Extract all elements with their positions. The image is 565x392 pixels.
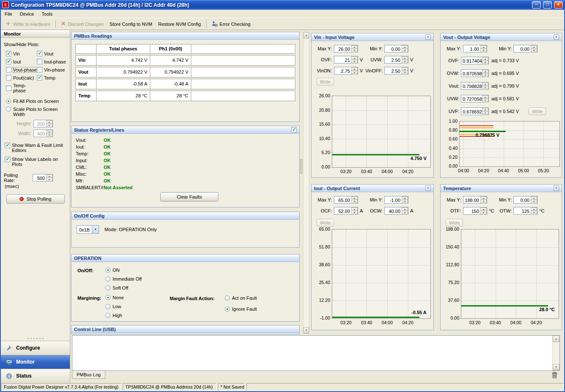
scroll-up-icon[interactable]: ▲ [303,32,309,39]
clear-faults-button[interactable]: Clear Faults [160,192,218,202]
radio-margining-high[interactable]: High [105,313,122,318]
radio-icon[interactable] [6,99,11,104]
pmbus-log-area[interactable]: ▲ ▼ [72,335,560,371]
checkbox-icon[interactable] [6,67,11,72]
log-scrollbar[interactable]: ▲ ▼ [552,336,559,370]
radio-icon[interactable] [225,306,230,312]
vin-miny-input[interactable]: 0.00▲▼ [384,45,408,52]
plot-checkbox-temp[interactable]: Temp [37,75,67,80]
radio-icon[interactable] [105,295,110,300]
vout-uvw-input[interactable]: 0.727058▲▼ [461,95,489,102]
radio-icon[interactable] [225,295,230,301]
splitter-handle[interactable] [300,159,303,174]
plot-checkbox-vin-phase[interactable]: Vin-phase [37,67,67,72]
plot-checkbox-iout-phase[interactable]: Iout-phase [37,59,67,64]
restore-nvm-config-button[interactable]: Restore NVM Config [155,20,204,28]
checkbox-icon[interactable] [6,59,11,64]
plot-checkbox-iout[interactable]: Iout [6,59,37,64]
temp-otf-input[interactable]: 150▲▼ [463,207,487,215]
radio-icon[interactable] [105,276,110,282]
temp-maxy-input[interactable]: 188.00▲▼ [463,196,487,204]
checkbox-icon[interactable] [37,51,42,56]
middle-scrollbar[interactable]: ▲ ▼ [303,32,309,334]
vin-write-button[interactable]: Write [317,78,334,86]
nav-configure[interactable]: Configure [1,341,70,355]
vout-maxy-input[interactable]: 1.00▲▼ [463,45,487,52]
nav-monitor[interactable]: Monitor [1,355,70,369]
vout-write-button[interactable]: Write [529,108,546,115]
radio-icon[interactable] [6,107,11,112]
radio-on[interactable]: ON [105,268,120,273]
maximize-button[interactable]: □ [543,1,552,8]
close-panel-icon[interactable]: × [425,34,431,40]
plot-checkbox-pout-calc[interactable]: Pout(calc) [6,75,37,80]
temp-write-button[interactable]: Write [446,219,463,226]
clear-log-icon[interactable] [551,372,558,378]
menu-device[interactable]: Device [16,10,38,18]
splitter-grip[interactable] [27,337,44,340]
onoff-config-select[interactable]: 0x1B ▼ [77,225,99,234]
scroll-down-icon[interactable]: ▼ [553,364,559,370]
iout-ocf-input[interactable]: 52.00▲▼ [334,207,358,215]
radio-margining-none[interactable]: None [105,295,124,300]
iout-miny-input[interactable]: -1.00▲▼ [384,196,408,204]
write-to-hardware-button[interactable]: Write to Hardware [3,19,53,29]
vin-on-input[interactable]: 2.75▲▼ [334,67,358,75]
menu-tools[interactable]: Tools [38,10,56,18]
vin-maxy-input[interactable]: 26.00▲▼ [334,45,358,52]
radio-icon[interactable] [105,304,110,309]
iout-ocw-input[interactable]: 40.00▲▼ [384,207,408,215]
iout-maxy-input[interactable]: 65.00▲▼ [334,196,358,204]
vout-ovf-input[interactable]: 0.917404▲▼ [461,57,489,64]
discard-changes-button[interactable]: Discard Changes [58,19,106,28]
radio-soft-off[interactable]: Soft Off [105,285,128,290]
nav-status[interactable]: Status [1,369,70,383]
dropdown-arrow-icon[interactable]: ▼ [92,226,99,233]
stop-polling-button[interactable]: Stop Polling [6,194,65,204]
plot-checkbox-vin[interactable]: Vin [6,51,37,56]
scroll-down-icon[interactable]: ▼ [303,327,309,334]
error-checking-button[interactable]: Error Checking [209,19,254,29]
vin-off-input[interactable]: 2.50▲▼ [384,67,408,75]
checkbox-icon[interactable] [5,157,10,162]
plot-checkbox-vout-phase[interactable]: Vout-phase [6,67,37,72]
checkbox-icon[interactable] [37,59,42,64]
fit-all-plots-radio[interactable]: Fit All Plots on Screen [6,99,67,104]
close-panel-icon[interactable]: × [554,185,559,191]
checkbox-icon[interactable] [37,67,42,72]
iout-write-button[interactable]: Write [317,219,334,226]
menu-file[interactable]: File [1,10,16,18]
vin-ovf-input[interactable]: 21▲▼ [334,56,358,63]
scale-plots-width-radio[interactable]: Scale Plots to Screen Width [6,107,67,117]
store-config-to-nvm-button[interactable]: Store Config to NVM [107,20,155,28]
vin-uvw-input[interactable]: 2.50▲▼ [384,56,408,63]
vout-miny-input[interactable]: 0.00▲▼ [513,45,537,52]
vout-uvf-input[interactable]: 0.678692▲▼ [461,108,489,115]
show-value-labels-checkbox[interactable]: Show Value Labels on Plots [5,157,67,167]
status-panel-checkbox[interactable] [291,127,297,133]
radio-icon[interactable] [105,268,110,273]
checkbox-icon[interactable] [37,75,42,80]
scroll-up-icon[interactable]: ▲ [553,336,559,342]
temp-otw-input[interactable]: 125▲▼ [513,207,537,215]
close-panel-icon[interactable]: × [425,185,431,191]
radio-immediate-off[interactable]: Immediate Off [105,276,142,282]
radio-ignore-fault[interactable]: Ignore Fault [225,306,257,312]
width-input[interactable]: 400▲▼ [33,130,53,137]
temp-miny-input[interactable]: 0.00▲▼ [513,196,537,204]
plot-checkbox-temp-phase[interactable]: Temp-phase [6,83,37,93]
polling-rate-input[interactable]: 500▲▼ [33,174,53,182]
minimize-button[interactable]: ─ [532,1,541,8]
radio-margining-low[interactable]: Low [105,304,121,309]
radio-icon[interactable] [105,285,110,290]
checkbox-icon[interactable] [5,143,10,148]
tab-pmbus-log[interactable]: PMBus Log [72,371,105,379]
close-button[interactable]: × [554,1,563,8]
checkbox-icon[interactable] [6,86,11,91]
checkbox-icon[interactable] [6,51,11,56]
vout-cmd-input[interactable]: 0.798828▲▼ [461,82,489,90]
plot-checkbox-vout[interactable]: Vout [37,51,67,56]
close-panel-icon[interactable]: × [554,34,559,40]
show-warn-fault-editors-checkbox[interactable]: Show Warn & Fault Limit Editors [5,143,67,153]
radio-icon[interactable] [105,313,110,318]
